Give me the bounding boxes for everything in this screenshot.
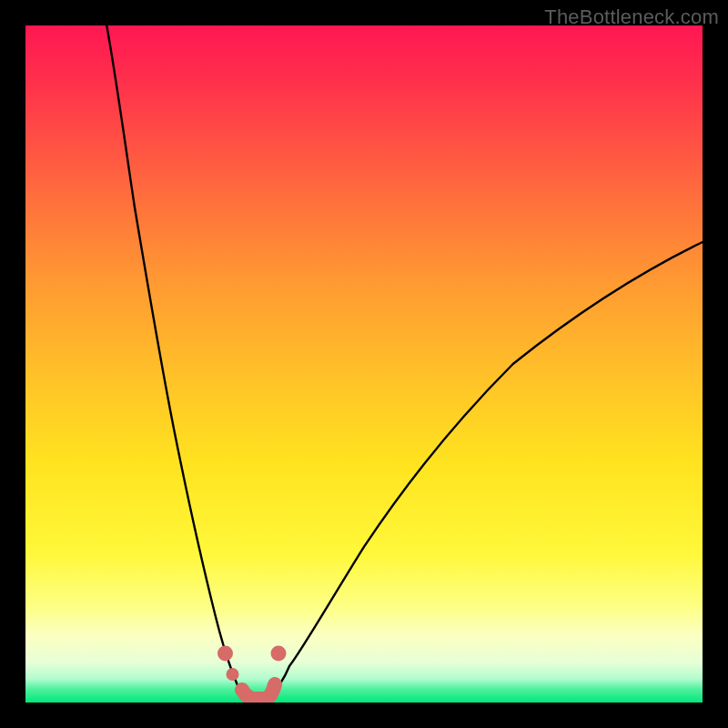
right-curve [268,242,703,699]
marker-left-upper [217,646,233,662]
curve-layer [25,25,703,703]
trough-marker-path [242,684,275,699]
marker-left-mid [227,668,239,681]
left-curve [106,25,244,699]
marker-right-upper [271,646,287,662]
outer-frame: TheBottleneck.com [0,0,728,728]
plot-area [25,25,703,703]
